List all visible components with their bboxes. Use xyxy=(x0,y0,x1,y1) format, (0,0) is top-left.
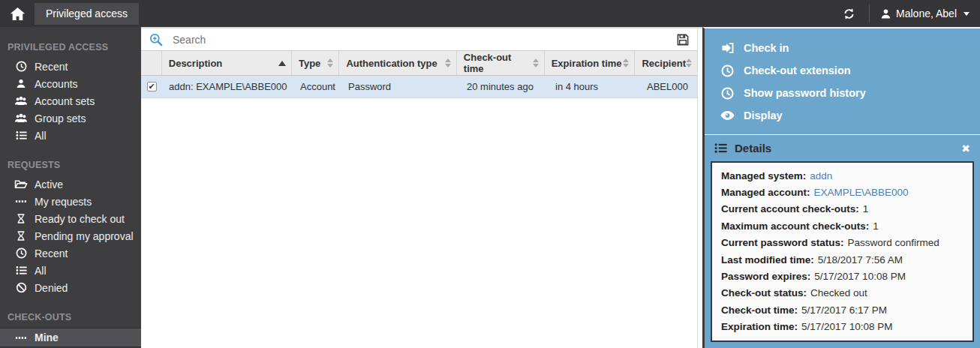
action-label: Check-out extension xyxy=(744,64,851,76)
action-label: Display xyxy=(744,110,783,122)
column-label: Authentication type xyxy=(346,58,437,69)
sidebar-item-pending-my-approval[interactable]: Pending my approval xyxy=(0,227,141,244)
sidebar-item-ready-to-check-out[interactable]: Ready to check out xyxy=(0,210,141,227)
sidebar-item-all[interactable]: All xyxy=(0,127,141,144)
column-header-authentication-type[interactable]: Authentication type xyxy=(339,51,456,75)
action-label: Show password history xyxy=(744,87,866,99)
sidebar-item-label: Account sets xyxy=(35,95,95,107)
hourglass-icon xyxy=(14,213,28,224)
users-icon xyxy=(14,112,28,124)
actions-list: Check in Check-out extension Show passwo… xyxy=(705,28,980,130)
action-panel: Check in Check-out extension Show passwo… xyxy=(702,27,980,348)
cell-recipient: ABEL000 xyxy=(640,81,697,92)
list-icon xyxy=(14,130,28,141)
sidebar-item-group-sets[interactable]: Group sets xyxy=(0,110,141,127)
detail-checkout-time: Check-out time: 5/17/2017 6:17 PM xyxy=(712,302,972,318)
sidebar-item-my-requests[interactable]: My requests xyxy=(0,193,141,210)
column-label: Check-out time xyxy=(464,52,533,74)
column-label: Description xyxy=(169,58,223,69)
sort-icon[interactable] xyxy=(533,58,539,68)
detail-expiration-time: Expiration time: 5/17/2017 10:08 PM xyxy=(712,319,972,335)
section-privileged-access: PRIVILEGED ACCESS Recent Accounts Accoun… xyxy=(0,38,141,144)
topbar-right: Malone, Abel xyxy=(840,4,980,22)
clock-icon xyxy=(14,248,28,259)
sort-icon[interactable] xyxy=(623,58,629,68)
detail-password-status: Current password status: Password confir… xyxy=(712,235,972,251)
table-header: Description Type Authentication type Che… xyxy=(141,51,697,76)
cell-description: addn: EXAMPLE\ABBE000 xyxy=(162,81,293,92)
sidebar-item-denied[interactable]: Denied xyxy=(0,279,141,296)
clock-icon xyxy=(719,87,735,100)
refresh-icon xyxy=(843,8,855,20)
search-input[interactable] xyxy=(173,34,675,46)
detail-current-checkouts: Current account check-outs: 1 xyxy=(712,201,972,218)
check-out-extension-button[interactable]: Check-out extension xyxy=(705,59,980,82)
cell-type: Account xyxy=(293,81,341,92)
detail-maximum-checkouts: Maximum account check-outs: 1 xyxy=(712,218,972,234)
users-icon xyxy=(14,95,28,106)
sidebar-item-label: Recent xyxy=(35,248,68,260)
sidebar-item-label: Recent xyxy=(35,61,68,73)
column-header-type[interactable]: Type xyxy=(292,51,339,75)
check-in-button[interactable]: Check in xyxy=(705,37,980,59)
section-label: PRIVILEGED ACCESS xyxy=(0,38,141,58)
sidebar-item-label: My requests xyxy=(35,196,92,208)
table-empty-area xyxy=(141,98,697,348)
details-title: Details xyxy=(735,142,771,154)
sort-asc-icon[interactable] xyxy=(278,61,286,66)
cell-expiration-time: in 4 hours xyxy=(549,81,640,92)
sidebar-item-all-requests[interactable]: All xyxy=(0,262,141,279)
section-check-outs: CHECK-OUTS Mine xyxy=(0,308,141,347)
ellipsis-icon xyxy=(14,196,28,207)
refresh-button[interactable] xyxy=(840,8,858,20)
save-button[interactable] xyxy=(675,32,690,47)
column-header-recipient[interactable]: Recipient xyxy=(635,51,697,75)
action-label: Check in xyxy=(744,42,789,54)
sidebar-item-label: Group sets xyxy=(35,112,86,124)
sidebar-item-accounts[interactable]: Accounts xyxy=(0,75,141,92)
column-label: Expiration time xyxy=(552,58,622,69)
sidebar-item-mine[interactable]: Mine xyxy=(0,328,141,347)
detail-password-expires: Password expires: 5/17/2017 10:08 PM xyxy=(712,268,972,284)
sort-icon[interactable] xyxy=(445,58,451,68)
clock-icon xyxy=(14,61,28,72)
sidebar-item-recent[interactable]: Recent xyxy=(0,58,141,75)
sidebar-item-active[interactable]: Active xyxy=(0,176,141,193)
user-name: Malone, Abel xyxy=(896,8,957,20)
list-icon xyxy=(14,265,28,276)
show-password-history-button[interactable]: Show password history xyxy=(705,82,980,104)
header-checkbox-column xyxy=(141,51,162,75)
section-label: CHECK-OUTS xyxy=(0,308,141,328)
managed-account-link[interactable]: EXAMPLE\ABBE000 xyxy=(814,187,909,198)
section-label: REQUESTS xyxy=(0,155,141,176)
column-header-expiration-time[interactable]: Expiration time xyxy=(545,51,636,75)
user-menu[interactable]: Malone, Abel xyxy=(880,8,969,20)
sidebar-item-recent-requests[interactable]: Recent xyxy=(0,244,141,262)
main-content: Description Type Authentication type Che… xyxy=(141,27,702,348)
table-row[interactable]: ✔ addn: EXAMPLE\ABBE000 Account Password… xyxy=(141,76,697,98)
home-icon xyxy=(10,7,26,21)
column-header-description[interactable]: Description xyxy=(162,51,292,75)
sidebar: PRIVILEGED ACCESS Recent Accounts Accoun… xyxy=(0,27,141,348)
chevron-down-icon xyxy=(963,12,969,16)
user-icon xyxy=(14,78,28,89)
column-label: Type xyxy=(299,58,320,69)
column-header-checkout-time[interactable]: Check-out time xyxy=(457,51,545,75)
home-button[interactable] xyxy=(0,0,35,27)
managed-system-link[interactable]: addn xyxy=(810,170,832,182)
tab-label: Privileged access xyxy=(46,8,128,20)
sidebar-item-label: Mine xyxy=(35,332,59,344)
sort-icon[interactable] xyxy=(686,58,692,68)
display-button[interactable]: Display xyxy=(705,104,980,127)
sidebar-item-label: Denied xyxy=(35,282,68,294)
hourglass-icon xyxy=(14,230,28,242)
sidebar-item-label: Active xyxy=(35,178,63,190)
sidebar-item-account-sets[interactable]: Account sets xyxy=(0,92,141,110)
row-checkbox[interactable]: ✔ xyxy=(147,82,157,92)
sidebar-item-label: Accounts xyxy=(35,78,78,90)
tab-privileged-access[interactable]: Privileged access xyxy=(35,3,139,25)
sort-icon[interactable] xyxy=(327,58,333,68)
details-header: Details ✖ xyxy=(705,135,980,161)
close-icon[interactable]: ✖ xyxy=(961,143,970,154)
details-panel: Managed system: addn Managed account: EX… xyxy=(711,161,974,342)
